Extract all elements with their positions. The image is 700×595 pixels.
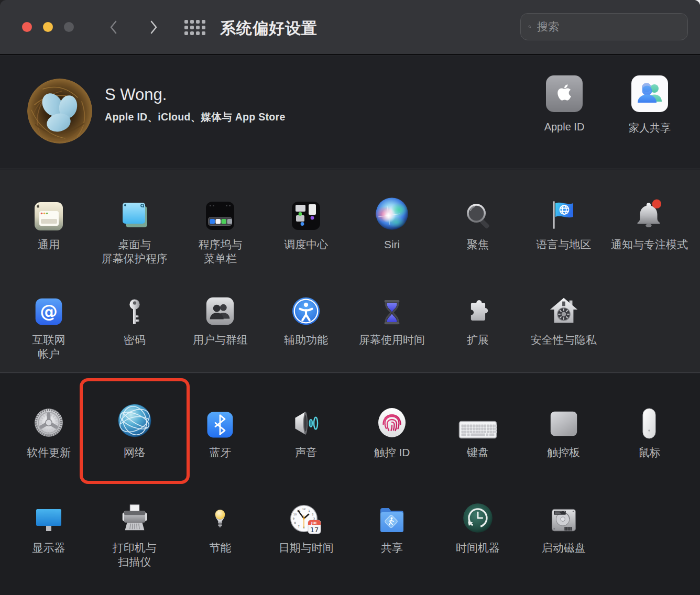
pref-item-internet-accounts[interactable]: @互联网 帐户 [6, 290, 92, 385]
pref-item-startup-disk[interactable]: 启动磁盘 [521, 498, 607, 593]
svg-text:2: 2 [312, 513, 314, 516]
search-input[interactable] [536, 20, 680, 34]
pref-item-label: 软件更新 [27, 445, 71, 459]
pref-item-screen-time[interactable]: 屏幕使用时间 [349, 290, 435, 385]
pref-item-software-update[interactable]: 软件更新 [6, 402, 92, 498]
titlebar: 系统偏好设置 [0, 0, 700, 55]
pref-item-label: 节能 [209, 541, 231, 555]
pref-item-apple-id[interactable]: Apple ID [521, 75, 607, 133]
pref-item-label: 时间机器 [456, 541, 500, 555]
pref-item-label: 网络 [124, 445, 146, 459]
chevron-left-icon [108, 19, 119, 35]
pref-item-siri[interactable]: Siri [349, 194, 435, 290]
trackpad-icon [548, 402, 580, 440]
pref-item-label: 声音 [295, 445, 317, 459]
pref-item-notifications[interactable]: 通知与专注模式 [607, 194, 693, 290]
printers-scanners-icon [118, 498, 151, 535]
pref-item-label: 安全性与隐私 [531, 333, 597, 347]
svg-text:1: 1 [308, 509, 310, 512]
siri-icon [374, 194, 410, 232]
pref-item-label: 触控板 [547, 445, 580, 459]
pref-item-label: 鼠标 [638, 445, 660, 459]
window-title: 系统偏好设置 [220, 18, 318, 39]
pref-item-label: Siri [384, 237, 400, 251]
pref-item-label: Apple ID [544, 121, 585, 133]
sound-icon [289, 402, 323, 440]
pref-item-users-groups[interactable]: 用户与群组 [178, 290, 264, 385]
pref-item-energy-saver[interactable]: 节能 [178, 498, 264, 593]
pref-item-sharing[interactable]: 共享 [349, 498, 435, 593]
pref-item-touch-id[interactable]: 触控 ID [349, 402, 435, 498]
pref-item-spotlight[interactable]: 聚焦 [435, 194, 521, 290]
pref-item-family-sharing[interactable]: 家人共享 [607, 75, 693, 135]
pref-item-extensions[interactable]: 扩展 [435, 290, 521, 385]
svg-text:10: 10 [293, 513, 297, 516]
sharing-icon [375, 498, 409, 535]
pref-item-trackpad[interactable]: 触控板 [521, 402, 607, 498]
close-button[interactable] [22, 22, 32, 32]
pref-item-desktop-screensaver[interactable]: 桌面与 屏幕保护程序 [92, 194, 178, 290]
user-subtitle: Apple ID、iCloud、媒体与 App Store [105, 110, 286, 124]
show-all-grid-icon[interactable] [184, 20, 205, 35]
passwords-icon [120, 290, 149, 327]
pref-item-label: 共享 [381, 541, 403, 555]
startup-disk-icon [548, 498, 579, 535]
pref-item-mission-control[interactable]: 调度中心 [263, 194, 349, 290]
security-privacy-icon [548, 290, 580, 327]
chevron-right-icon [148, 19, 159, 35]
apple-id-icon [546, 75, 583, 112]
search-field[interactable] [520, 13, 688, 40]
pref-item-label: 调度中心 [284, 237, 328, 251]
pref-item-label: 聚焦 [467, 237, 489, 251]
pref-item-label: 显示器 [32, 541, 65, 555]
pref-item-label: 打印机与 扫描仪 [113, 541, 157, 569]
date-time-icon: 121234567891011JUL17 [289, 498, 323, 535]
pref-item-label: 扩展 [467, 333, 489, 347]
mission-control-icon [289, 194, 323, 232]
svg-text:8: 8 [294, 521, 296, 524]
pref-item-label: 触控 ID [374, 445, 410, 459]
pref-item-sound[interactable]: 声音 [263, 402, 349, 498]
pref-item-accessibility[interactable]: 辅助功能 [263, 290, 349, 385]
notifications-icon [632, 194, 666, 232]
pref-item-label: 用户与群组 [193, 333, 248, 347]
pref-item-language-region[interactable]: 语言与地区 [521, 194, 607, 290]
user-name: S Wong. [105, 85, 167, 104]
svg-text:7: 7 [298, 525, 300, 528]
search-icon [528, 20, 531, 33]
pref-item-label: 屏幕使用时间 [359, 333, 425, 347]
svg-text:9: 9 [293, 517, 294, 520]
pref-item-general[interactable]: 通用 [6, 194, 92, 290]
svg-text:3: 3 [313, 517, 315, 520]
pref-item-displays[interactable]: 显示器 [6, 498, 92, 593]
language-region-icon [547, 194, 581, 232]
pref-item-label: 日期与时间 [279, 541, 334, 555]
pref-item-label: 密码 [124, 333, 146, 347]
keyboard-icon [458, 402, 497, 440]
users-groups-icon [204, 290, 236, 327]
pref-item-network[interactable]: 网络 [92, 402, 178, 498]
pref-item-dock-menubar[interactable]: 程序坞与 菜单栏 [178, 194, 264, 290]
back-button[interactable] [107, 19, 120, 36]
touch-id-icon [376, 402, 408, 440]
svg-text:17: 17 [310, 526, 319, 534]
pref-item-date-time[interactable]: 121234567891011JUL17日期与时间 [263, 498, 349, 593]
mouse-icon [641, 402, 657, 440]
pref-item-printers-scanners[interactable]: 打印机与 扫描仪 [92, 498, 178, 593]
pref-item-label: 通知与专注模式 [611, 237, 688, 251]
pref-item-label: 语言与地区 [536, 237, 591, 251]
pref-item-security-privacy[interactable]: 安全性与隐私 [521, 290, 607, 385]
internet-accounts-icon: @ [33, 290, 64, 327]
pref-item-time-machine[interactable]: 时间机器 [435, 498, 521, 593]
pref-item-passwords[interactable]: 密码 [92, 290, 178, 385]
pref-item-mouse[interactable]: 鼠标 [607, 402, 693, 498]
minimize-button[interactable] [43, 22, 53, 32]
pref-item-keyboard[interactable]: 键盘 [435, 402, 521, 498]
prefs-grid-main: 通用桌面与 屏幕保护程序程序坞与 菜单栏调度中心Siri聚焦语言与地区通知与专注… [6, 194, 692, 385]
forward-button[interactable] [147, 19, 160, 36]
general-icon [32, 194, 65, 232]
family-sharing-icon [631, 75, 668, 112]
pref-item-bluetooth[interactable]: 蓝牙 [178, 402, 264, 498]
avatar[interactable] [27, 79, 92, 144]
pref-item-label: 通用 [38, 237, 60, 251]
